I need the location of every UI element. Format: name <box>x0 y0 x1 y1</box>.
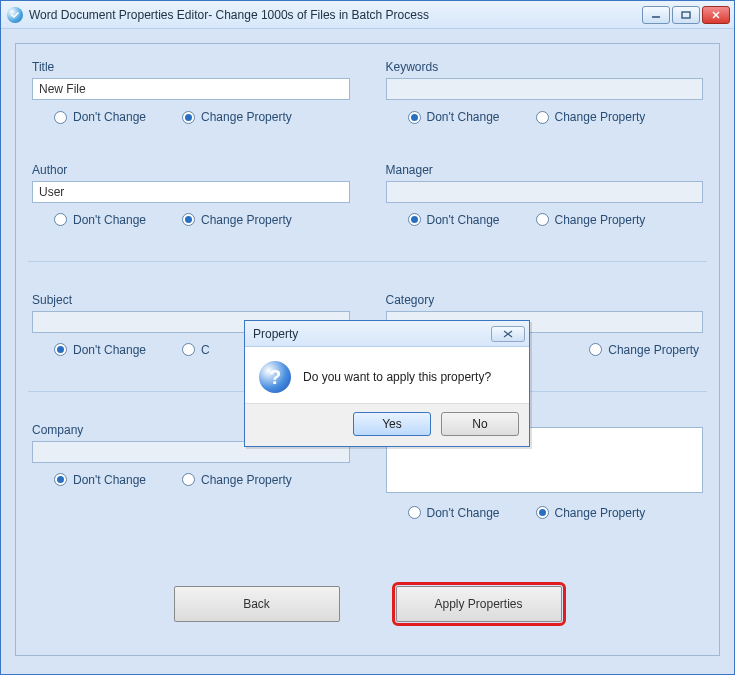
dialog-no-button[interactable]: No <box>441 412 519 436</box>
label-manager: Manager <box>386 163 704 177</box>
window-title: Word Document Properties Editor- Change … <box>29 8 429 22</box>
separator <box>28 261 707 262</box>
radio-category-change-property[interactable]: Change Property <box>589 343 699 357</box>
dialog-title: Property <box>253 327 298 341</box>
input-author[interactable] <box>32 181 350 203</box>
dialog-titlebar: Property <box>245 321 529 347</box>
input-keywords[interactable] <box>386 78 704 100</box>
radio-company-dont-change[interactable]: Don't Change <box>54 473 146 487</box>
group-author: Author Don't Change Change Property <box>28 157 354 260</box>
radio-subject-change-property[interactable]: C <box>182 343 210 357</box>
group-title: Title Don't Change Change Property <box>28 54 354 157</box>
radio-comments-change-property[interactable]: Change Property <box>536 506 646 520</box>
radio-manager-change-property[interactable]: Change Property <box>536 213 646 227</box>
radio-title-change-property[interactable]: Change Property <box>182 110 292 124</box>
radio-title-dont-change[interactable]: Don't Change <box>54 110 146 124</box>
svg-rect-1 <box>682 12 690 18</box>
dialog-close-button[interactable] <box>491 326 525 342</box>
label-title: Title <box>32 60 350 74</box>
minimize-button[interactable] <box>642 6 670 24</box>
dialog-yes-button[interactable]: Yes <box>353 412 431 436</box>
question-icon: ? <box>259 361 291 393</box>
group-keywords: Keywords Don't Change Change Property <box>382 54 708 157</box>
titlebar: Word Document Properties Editor- Change … <box>1 1 734 29</box>
apply-properties-button[interactable]: Apply Properties <box>396 586 562 622</box>
close-button[interactable] <box>702 6 730 24</box>
label-category: Category <box>386 293 704 307</box>
label-subject: Subject <box>32 293 350 307</box>
radio-company-change-property[interactable]: Change Property <box>182 473 292 487</box>
radio-comments-dont-change[interactable]: Don't Change <box>408 506 500 520</box>
dialog-message: Do you want to apply this property? <box>303 370 491 384</box>
label-keywords: Keywords <box>386 60 704 74</box>
back-button[interactable]: Back <box>174 586 340 622</box>
maximize-button[interactable] <box>672 6 700 24</box>
confirm-dialog: Property ? Do you want to apply this pro… <box>244 320 530 447</box>
label-author: Author <box>32 163 350 177</box>
radio-author-dont-change[interactable]: Don't Change <box>54 213 146 227</box>
radio-subject-dont-change[interactable]: Don't Change <box>54 343 146 357</box>
input-manager[interactable] <box>386 181 704 203</box>
app-icon <box>7 7 23 23</box>
radio-author-change-property[interactable]: Change Property <box>182 213 292 227</box>
radio-manager-dont-change[interactable]: Don't Change <box>408 213 500 227</box>
input-title[interactable] <box>32 78 350 100</box>
button-row: Back Apply Properties <box>28 586 707 639</box>
group-manager: Manager Don't Change Change Property <box>382 157 708 260</box>
radio-keywords-dont-change[interactable]: Don't Change <box>408 110 500 124</box>
radio-keywords-change-property[interactable]: Change Property <box>536 110 646 124</box>
